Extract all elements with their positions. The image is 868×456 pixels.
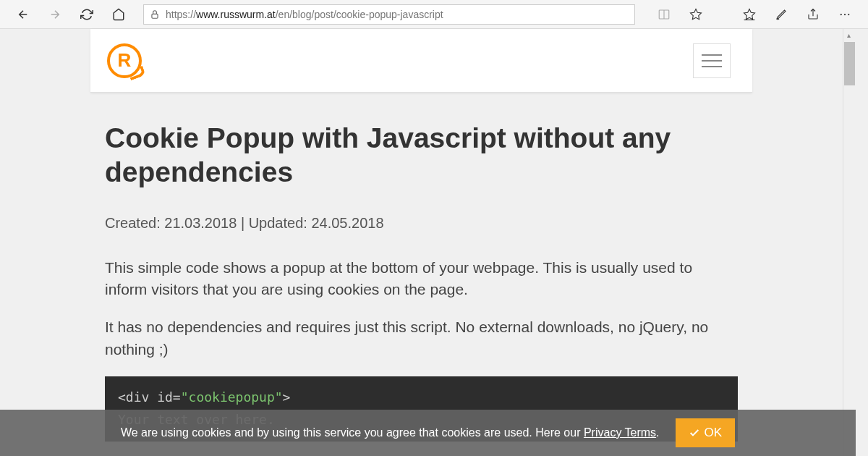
- lock-icon: [150, 9, 160, 20]
- svg-marker-3: [691, 9, 702, 19]
- home-button[interactable]: [103, 0, 135, 29]
- svg-point-7: [844, 13, 846, 14]
- back-button[interactable]: [7, 0, 39, 29]
- cookie-text: We are using cookies and by using this s…: [121, 426, 660, 439]
- cookie-ok-label: OK: [705, 426, 723, 440]
- scrollbar[interactable]: ▴: [843, 29, 855, 456]
- browser-toolbar: https://www.russwurm.at/en/blog/post/coo…: [0, 0, 868, 29]
- svg-point-8: [848, 13, 849, 14]
- site-header: R: [90, 29, 752, 93]
- article-paragraph: This simple code shows a popup at the bo…: [105, 257, 738, 301]
- url-text: https://www.russwurm.at/en/blog/post/coo…: [166, 9, 443, 20]
- page-content: R Cookie Popup with Javascript without a…: [0, 29, 843, 456]
- article-title: Cookie Popup with Javascript without any…: [105, 122, 738, 190]
- share-icon[interactable]: [797, 0, 829, 29]
- privacy-link[interactable]: Privacy Terms: [584, 426, 656, 439]
- logo-letter: R: [118, 49, 132, 72]
- article-paragraph: It has no dependencies and requires just…: [105, 316, 738, 360]
- refresh-button[interactable]: [71, 0, 103, 29]
- svg-rect-0: [152, 14, 158, 18]
- scroll-up-arrow[interactable]: ▴: [843, 29, 854, 41]
- star-icon[interactable]: [680, 0, 712, 29]
- svg-marker-4: [744, 9, 755, 19]
- hamburger-menu-button[interactable]: [693, 43, 731, 78]
- cookie-ok-button[interactable]: OK: [676, 418, 736, 447]
- forward-button[interactable]: [39, 0, 71, 29]
- more-icon[interactable]: [829, 0, 861, 29]
- favorites-icon[interactable]: [733, 0, 765, 29]
- article: Cookie Popup with Javascript without any…: [0, 96, 843, 442]
- reading-view-icon[interactable]: [648, 0, 680, 29]
- site-logo[interactable]: R: [103, 40, 145, 82]
- check-icon: [689, 427, 700, 439]
- cookie-banner: We are using cookies and by using this s…: [0, 410, 856, 456]
- article-meta: Created: 21.03.2018 | Updated: 24.05.201…: [105, 215, 738, 232]
- address-bar[interactable]: https://www.russwurm.at/en/blog/post/coo…: [143, 4, 635, 25]
- scrollbar-thumb[interactable]: [844, 42, 855, 85]
- notes-icon[interactable]: [765, 0, 797, 29]
- svg-point-6: [841, 13, 842, 14]
